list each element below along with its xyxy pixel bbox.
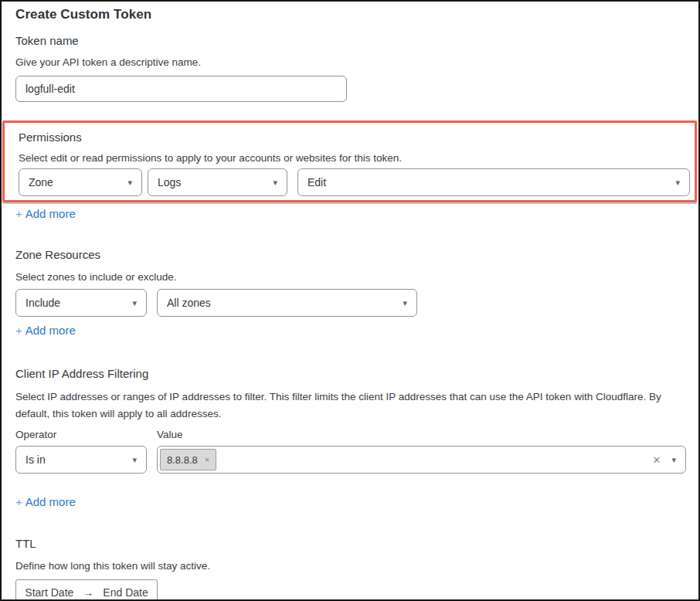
client-ip-label: Client IP Address Filtering [15, 366, 698, 382]
zone-operator-value: Include [25, 297, 60, 309]
permissions-annotation-box: Permissions Select edit or read permissi… [2, 121, 697, 202]
permission-scope-value: Zone [29, 176, 53, 188]
plus-icon: + [15, 207, 22, 220]
zone-resources-description: Select zones to include or exclude. [15, 269, 683, 286]
ttl-description: Define how long this token will stay act… [15, 558, 683, 575]
page-title: Create Custom Token [15, 6, 698, 23]
client-ip-add-more-link[interactable]: +Add more [15, 494, 76, 510]
chevron-down-icon: ▾ [132, 299, 137, 307]
zone-resources-row: Include ▾ All zones ▾ [15, 289, 698, 317]
permissions-description: Select edit or read permissions to apply… [19, 151, 675, 165]
chevron-down-icon: ▾ [671, 456, 676, 464]
permissions-add-more-link[interactable]: +Add more [15, 206, 76, 222]
ip-tag: 8.8.8.8 × [160, 449, 216, 470]
chevron-down-icon: ▾ [127, 178, 132, 187]
chevron-down-icon: ▾ [273, 178, 277, 187]
tag-remove-icon[interactable]: × [205, 455, 209, 464]
end-date-label: End Date [103, 586, 148, 599]
client-ip-description: Select IP addresses or ranges of IP addr… [15, 389, 683, 423]
arrow-right-icon: → [83, 586, 93, 599]
permissions-dropdown-row: Zone ▾ Logs ▾ Edit ▾ [19, 168, 690, 196]
permissions-section: Permissions Select edit or read permissi… [15, 130, 690, 196]
zone-selection-value: All zones [167, 297, 211, 309]
zone-selection-dropdown[interactable]: All zones ▾ [157, 289, 417, 317]
add-more-label: Add more [25, 207, 76, 220]
start-date-label: Start Date [25, 586, 73, 599]
client-ip-section: Client IP Address Filtering Select IP ad… [2, 366, 698, 510]
permission-access-value: Edit [308, 176, 326, 188]
permission-group-value: Logs [158, 176, 181, 188]
permission-group-dropdown[interactable]: Logs ▾ [148, 168, 287, 196]
zone-resources-add-more-link[interactable]: +Add more [15, 323, 76, 338]
plus-icon: + [15, 324, 22, 337]
add-more-label: Add more [25, 495, 76, 508]
token-name-input[interactable] [15, 76, 347, 102]
permission-scope-dropdown[interactable]: Zone ▾ [19, 168, 142, 196]
value-label: Value [157, 428, 183, 442]
zone-resources-section: Zone Resources Select zones to include o… [2, 247, 698, 338]
token-name-section: Token name Give your API token a descrip… [2, 33, 698, 102]
ip-tag-text: 8.8.8.8 [167, 454, 198, 466]
add-more-label: Add more [25, 324, 76, 337]
zone-operator-dropdown[interactable]: Include ▾ [15, 289, 147, 317]
client-ip-row: Is in ▾ 8.8.8.8 × ✕ ▾ [15, 446, 698, 474]
plus-icon: + [15, 495, 22, 508]
operator-label: Operator [15, 428, 157, 442]
chevron-down-icon: ▾ [132, 456, 137, 464]
ip-operator-dropdown[interactable]: Is in ▾ [15, 446, 147, 474]
create-custom-token-page: Create Custom Token Token name Give your… [2, 2, 698, 599]
permissions-label: Permissions [19, 130, 690, 145]
chevron-down-icon: ▾ [675, 178, 680, 187]
client-ip-field-labels: Operator Value [15, 428, 698, 442]
chevron-down-icon: ▾ [403, 299, 407, 307]
zone-resources-label: Zone Resources [15, 247, 698, 263]
ttl-label: TTL [15, 536, 698, 552]
clear-icon[interactable]: ✕ [653, 454, 661, 466]
ip-operator-value: Is in [25, 453, 46, 466]
ip-value-combobox[interactable]: 8.8.8.8 × ✕ ▾ [157, 446, 686, 474]
permission-access-dropdown[interactable]: Edit ▾ [297, 168, 690, 196]
ttl-date-range-button[interactable]: Start Date → End Date [15, 579, 158, 601]
ttl-section: TTL Define how long this token will stay… [2, 536, 698, 601]
token-name-description: Give your API token a descriptive name. [15, 54, 683, 71]
token-name-label: Token name [15, 33, 698, 49]
